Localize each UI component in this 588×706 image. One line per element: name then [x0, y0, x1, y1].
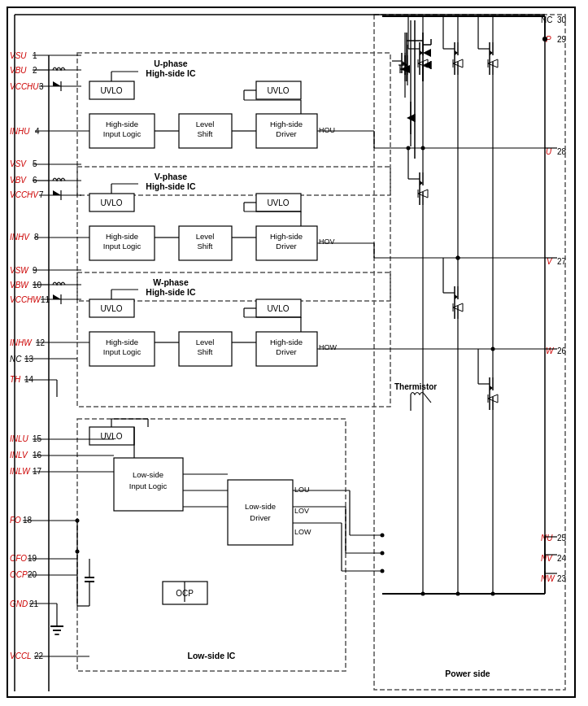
lov-label: LOV — [294, 507, 309, 515]
ls-input-logic-label1: Low-side — [133, 470, 163, 479]
main-diagram: VSU 1 VBU 2 VCCHU 3 INHU 4 VSV 5 VBV 6 V… — [7, 7, 576, 698]
svg-point-180 — [491, 347, 495, 351]
pin-nc13-label: NC — [10, 355, 22, 364]
pin-fo-label: FO — [10, 516, 21, 525]
pin-th-label: TH — [10, 375, 21, 384]
pin-nv-label: NV — [541, 554, 553, 563]
power-side-label: Power side — [445, 669, 490, 678]
svg-marker-6 — [423, 49, 431, 57]
svg-point-171 — [456, 592, 460, 596]
pin-vsv-label: VSV — [10, 159, 27, 168]
mosfet-w-highside — [478, 16, 498, 349]
mosfet-nw-lowside — [478, 349, 498, 573]
ls-driver-label1: Low-side — [245, 502, 276, 511]
pin-nw-label: NW — [541, 574, 555, 583]
ls-input-logic-label2: Input Logic — [129, 482, 168, 490]
w-level-shift-label2: Shift — [197, 347, 212, 356]
pin-ocp-label: OCP — [10, 570, 28, 579]
svg-point-221 — [381, 551, 385, 556]
u-uvlo-top-label: UVLO — [100, 86, 122, 95]
v-level-shift-label2: Shift — [197, 242, 212, 251]
w-phase-title: W-phase — [153, 277, 189, 287]
v-driver-label2: Driver — [276, 242, 296, 251]
v-input-logic-label1: High-side — [106, 232, 138, 241]
u-hou-label: HOU — [319, 126, 335, 134]
svg-point-219 — [456, 256, 460, 260]
v-phase-title: V-phase — [155, 172, 187, 181]
u-input-logic-label1: High-side — [106, 120, 138, 129]
lowside-ic-box — [77, 419, 346, 671]
v-hov-label: HOV — [319, 238, 335, 246]
svg-marker-8 — [423, 61, 431, 69]
lowside-ic-label: Low-side IC — [188, 651, 236, 660]
u-phase-subtitle: High-side IC — [146, 68, 196, 78]
svg-line-71 — [425, 394, 431, 403]
v-input-logic-label2: Input Logic — [103, 242, 142, 251]
svg-point-170 — [421, 592, 425, 596]
u-driver-label1: High-side — [270, 120, 303, 129]
w-level-shift-label1: Level — [196, 338, 215, 346]
mosfet-v-highside — [443, 16, 463, 258]
w-input-logic-label2: Input Logic — [103, 347, 142, 356]
pin-vbv-label: VBV — [10, 176, 27, 185]
pin-nu-label: NU — [541, 534, 553, 543]
u-level-shift-label2: Shift — [197, 129, 212, 138]
pin-cfo-label: CFO — [10, 554, 27, 563]
pin-w-label: W — [546, 346, 555, 355]
w-uvlo-top-label: UVLO — [100, 304, 122, 313]
w-driver-label2: Driver — [276, 347, 296, 356]
mosfet-nv-lowside — [443, 258, 463, 555]
w-input-logic-label1: High-side — [106, 338, 138, 346]
pin-inhu-label: INHU — [10, 127, 30, 136]
svg-point-176 — [421, 146, 425, 150]
svg-marker-48 — [53, 190, 61, 195]
u-input-logic-label2: Input Logic — [103, 129, 142, 138]
svg-marker-60 — [53, 294, 61, 299]
ls-driver — [228, 480, 293, 545]
mosfet-nu-lowside — [408, 148, 428, 537]
pin-inlw-label: INLW — [10, 467, 31, 476]
svg-point-172 — [491, 592, 495, 596]
w-driver-label1: High-side — [270, 338, 303, 346]
pin-vccl-label: VCCL — [10, 652, 32, 660]
pin-u-label: U — [546, 147, 552, 156]
thermistor-label: Thermistor — [394, 382, 437, 391]
pin-vbu-label: VBU — [10, 66, 27, 75]
v-phase-subtitle: High-side IC — [146, 181, 196, 191]
w-how-label: HOW — [319, 343, 338, 351]
u-driver-label2: Driver — [276, 129, 296, 138]
pin-vbw-label: VBW — [10, 281, 29, 290]
v-driver-label1: High-side — [270, 232, 303, 241]
ls-driver-label2: Driver — [250, 513, 270, 522]
pin-inlu-label: INLU — [10, 434, 29, 443]
w-phase-subtitle: High-side IC — [146, 287, 196, 297]
svg-point-218 — [407, 146, 411, 150]
pin-vsu-label: VSU — [10, 51, 27, 60]
pin-gnd-label: GND — [10, 599, 28, 608]
v-level-shift-label1: Level — [196, 232, 215, 241]
pin-v-label: V — [547, 257, 553, 266]
pin-inhv-label: INHV — [10, 233, 30, 242]
pin-inhw-label: INHW — [10, 338, 33, 347]
u-phase-title: U-phase — [154, 59, 188, 68]
svg-point-222 — [381, 569, 385, 573]
v-uvlo-top-label: UVLO — [100, 198, 122, 207]
pin-inlv-label: INLV — [10, 451, 28, 460]
u-uvlo-right-label: UVLO — [267, 86, 289, 95]
pin-vsw-label: VSW — [10, 266, 29, 275]
low-label: LOW — [294, 528, 311, 536]
u-level-shift-label1: Level — [196, 120, 215, 129]
power-side-box — [374, 15, 565, 690]
v-uvlo-right-label: UVLO — [267, 198, 289, 207]
svg-point-220 — [381, 534, 385, 538]
svg-marker-35 — [53, 81, 61, 86]
w-uvlo-right-label: UVLO — [267, 304, 289, 313]
lou-label: LOU — [294, 486, 310, 494]
